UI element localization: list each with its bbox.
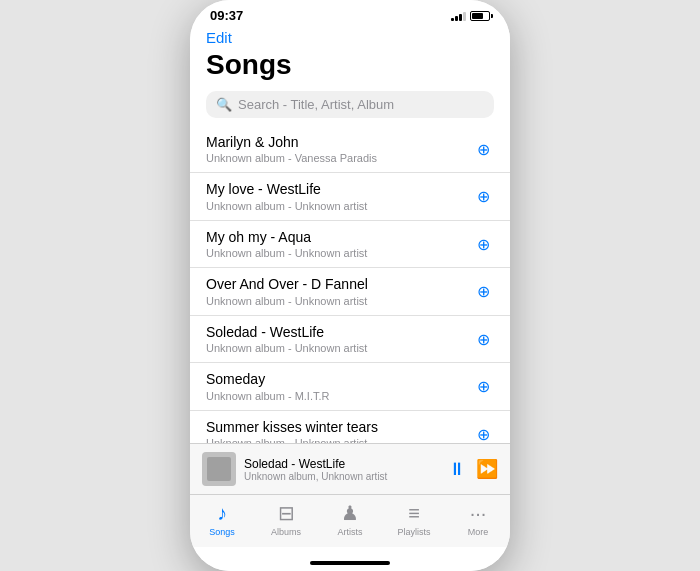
song-title: Marilyn & John [206, 133, 473, 151]
artists-tab-icon: ♟ [341, 501, 359, 525]
song-info: Summer kisses winter tears Unknown album… [206, 418, 473, 443]
now-playing-bar[interactable]: Soledad - WestLife Unknown album, Unknow… [190, 443, 510, 494]
more-tab-icon: ··· [470, 502, 487, 525]
now-playing-title: Soledad - WestLife [244, 457, 448, 471]
list-item[interactable]: Marilyn & John Unknown album - Vanessa P… [190, 126, 510, 173]
now-playing-subtitle: Unknown album, Unknown artist [244, 471, 448, 482]
home-indicator [190, 547, 510, 571]
add-song-button[interactable]: ⊕ [473, 233, 494, 256]
song-meta: Unknown album - Unknown artist [206, 246, 473, 260]
song-info: My love - WestLife Unknown album - Unkno… [206, 180, 473, 212]
phone-frame: 09:37 Edit Songs 🔍 Search - Title, Artis… [190, 0, 510, 571]
tab-songs[interactable]: ♪ Songs [190, 502, 254, 537]
add-song-button[interactable]: ⊕ [473, 280, 494, 303]
song-info: Marilyn & John Unknown album - Vanessa P… [206, 133, 473, 165]
list-item[interactable]: Summer kisses winter tears Unknown album… [190, 411, 510, 443]
tab-albums[interactable]: ⊟ Albums [254, 501, 318, 537]
song-meta: Unknown album - Unknown artist [206, 199, 473, 213]
search-bar[interactable]: 🔍 Search - Title, Artist, Album [206, 91, 494, 118]
list-item[interactable]: Someday Unknown album - M.I.T.R ⊕ [190, 363, 510, 410]
tab-more[interactable]: ··· More [446, 502, 510, 537]
tab-playlists[interactable]: ≡ Playlists [382, 502, 446, 537]
pause-button[interactable]: ⏸ [448, 459, 466, 480]
add-song-button[interactable]: ⊕ [473, 185, 494, 208]
search-placeholder: Search - Title, Artist, Album [238, 97, 394, 112]
battery-icon [470, 11, 490, 21]
tab-label-more: More [468, 527, 489, 537]
list-item[interactable]: My love - WestLife Unknown album - Unkno… [190, 173, 510, 220]
playlists-tab-icon: ≡ [408, 502, 420, 525]
tab-artists[interactable]: ♟ Artists [318, 501, 382, 537]
tab-label-artists: Artists [337, 527, 362, 537]
playback-controls: ⏸ ⏩ [448, 458, 498, 480]
search-icon: 🔍 [216, 97, 232, 112]
now-playing-info: Soledad - WestLife Unknown album, Unknow… [244, 457, 448, 482]
header: Edit Songs [190, 27, 510, 85]
status-bar: 09:37 [190, 0, 510, 27]
song-info: Over And Over - D Fannel Unknown album -… [206, 275, 473, 307]
tab-bar: ♪ Songs ⊟ Albums ♟ Artists ≡ Playlists ·… [190, 494, 510, 547]
song-list: Marilyn & John Unknown album - Vanessa P… [190, 126, 510, 443]
song-info: Soledad - WestLife Unknown album - Unkno… [206, 323, 473, 355]
album-art [202, 452, 236, 486]
song-title: My oh my - Aqua [206, 228, 473, 246]
song-meta: Unknown album - Vanessa Paradis [206, 151, 473, 165]
song-info: My oh my - Aqua Unknown album - Unknown … [206, 228, 473, 260]
page-title: Songs [206, 49, 494, 81]
song-title: Over And Over - D Fannel [206, 275, 473, 293]
song-meta: Unknown album - Unknown artist [206, 436, 473, 443]
add-song-button[interactable]: ⊕ [473, 423, 494, 443]
list-item[interactable]: My oh my - Aqua Unknown album - Unknown … [190, 221, 510, 268]
song-meta: Unknown album - M.I.T.R [206, 389, 473, 403]
status-time: 09:37 [210, 8, 243, 23]
add-song-button[interactable]: ⊕ [473, 328, 494, 351]
add-song-button[interactable]: ⊕ [473, 375, 494, 398]
list-item[interactable]: Soledad - WestLife Unknown album - Unkno… [190, 316, 510, 363]
song-title: Someday [206, 370, 473, 388]
tab-label-albums: Albums [271, 527, 301, 537]
albums-tab-icon: ⊟ [278, 501, 295, 525]
songs-tab-icon: ♪ [217, 502, 227, 525]
song-info: Someday Unknown album - M.I.T.R [206, 370, 473, 402]
list-item[interactable]: Over And Over - D Fannel Unknown album -… [190, 268, 510, 315]
tab-label-playlists: Playlists [397, 527, 430, 537]
signal-icon [451, 11, 466, 21]
home-bar [310, 561, 390, 565]
tab-label-songs: Songs [209, 527, 235, 537]
add-song-button[interactable]: ⊕ [473, 138, 494, 161]
edit-button[interactable]: Edit [206, 29, 232, 46]
song-meta: Unknown album - Unknown artist [206, 294, 473, 308]
song-title: Soledad - WestLife [206, 323, 473, 341]
song-title: My love - WestLife [206, 180, 473, 198]
forward-button[interactable]: ⏩ [476, 458, 498, 480]
song-title: Summer kisses winter tears [206, 418, 473, 436]
song-meta: Unknown album - Unknown artist [206, 341, 473, 355]
status-icons [451, 11, 490, 21]
